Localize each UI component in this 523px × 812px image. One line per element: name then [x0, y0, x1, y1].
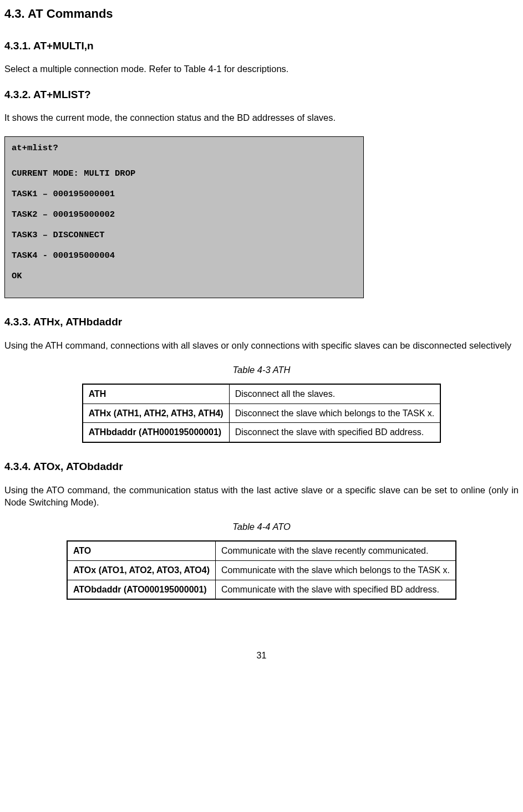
paragraph: It shows the current mode, the connectio…: [4, 111, 519, 124]
code-block: at+mlist? CURRENT MODE: MULTI DROP TASK1…: [4, 136, 364, 298]
table-cell-cmd: ATO: [67, 541, 215, 560]
code-line: TASK1 – 000195000001: [12, 188, 357, 200]
ato-table: ATO Communicate with the slave recently …: [67, 540, 456, 600]
code-line: TASK3 – DISCONNECT: [12, 229, 357, 241]
page-number: 31: [4, 650, 519, 662]
table-cell-desc: Disconnect the slave with specified BD a…: [229, 423, 440, 442]
table-cell-cmd: ATHbdaddr (ATH000195000001): [83, 423, 229, 442]
table-row: ATObdaddr (ATO000195000001) Communicate …: [67, 580, 456, 599]
subsection-heading: 4.3.2. AT+MLIST?: [4, 88, 519, 102]
paragraph: Using the ATO command, the communication…: [4, 484, 519, 509]
table-row: ATO Communicate with the slave recently …: [67, 541, 456, 560]
table-row: ATHx (ATH1, ATH2, ATH3, ATH4) Disconnect…: [83, 404, 441, 423]
code-line: CURRENT MODE: MULTI DROP: [12, 168, 357, 180]
table-cell-desc: Disconnect the slave which belongs to th…: [229, 404, 440, 423]
code-line: TASK4 - 000195000004: [12, 250, 357, 262]
code-line: TASK2 – 000195000002: [12, 209, 357, 221]
table-cell-cmd: ATHx (ATH1, ATH2, ATH3, ATH4): [83, 404, 229, 423]
table-cell-cmd: ATH: [83, 384, 229, 404]
section-heading: 4.3. AT Commands: [4, 6, 519, 22]
table-cell-desc: Communicate with the slave recently comm…: [215, 541, 456, 560]
table-caption: Table 4-3 ATH: [4, 364, 519, 376]
table-caption: Table 4-4 ATO: [4, 520, 519, 533]
code-line: at+mlist?: [12, 142, 357, 154]
code-line: OK: [12, 270, 357, 282]
table-cell-cmd: ATObdaddr (ATO000195000001): [67, 580, 215, 599]
table-cell-cmd: ATOx (ATO1, ATO2, ATO3, ATO4): [67, 560, 215, 580]
table-row: ATOx (ATO1, ATO2, ATO3, ATO4) Communicat…: [67, 560, 456, 580]
paragraph: Using the ATH command, connections with …: [4, 339, 519, 351]
ath-table: ATH Disconnect all the slaves. ATHx (ATH…: [82, 384, 441, 443]
code-blank-line: [12, 162, 357, 168]
table-row: ATHbdaddr (ATH000195000001) Disconnect t…: [83, 423, 441, 442]
subsection-heading: 4.3.1. AT+MULTI,n: [4, 39, 519, 53]
paragraph: Select a multiple connection mode. Refer…: [4, 63, 519, 75]
table-cell-desc: Communicate with the slave which belongs…: [215, 560, 456, 580]
subsection-heading: 4.3.3. ATHx, ATHbdaddr: [4, 315, 519, 329]
table-row: ATH Disconnect all the slaves.: [83, 384, 441, 404]
subsection-heading: 4.3.4. ATOx, ATObdaddr: [4, 459, 519, 474]
table-cell-desc: Communicate with the slave with specifie…: [215, 580, 456, 599]
table-cell-desc: Disconnect all the slaves.: [229, 384, 440, 404]
